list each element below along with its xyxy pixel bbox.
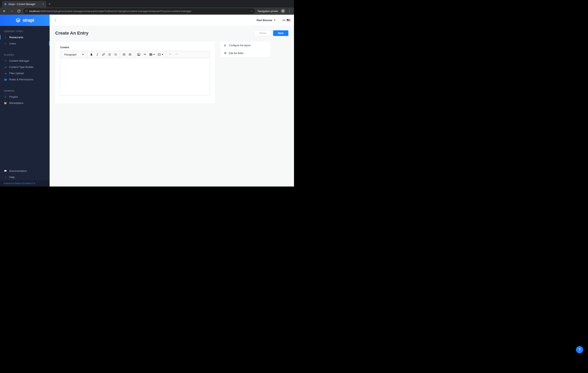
language-picker[interactable]: EN — [279, 19, 294, 22]
browser-back-button[interactable] — [2, 8, 7, 14]
browser-url-bar[interactable]: ⓘ localhost:8000/admin/plugins/content-m… — [23, 8, 255, 14]
chevron-down-icon — [274, 20, 275, 21]
gear-icon — [224, 52, 227, 55]
sidebar-item-restaurants[interactable]: Restaurants — [0, 34, 50, 40]
outdent-button[interactable] — [121, 51, 127, 57]
topbar: Paul Bocuse EN — [50, 15, 294, 26]
svg-point-4 — [108, 55, 108, 55]
users-icon: 👥 — [4, 78, 7, 81]
heading-dropdown[interactable]: Paragraph — [62, 53, 86, 56]
tab-close-icon[interactable]: × — [42, 3, 44, 6]
sidebar-item-roles-permissions[interactable]: 👥 Roles & Permissions — [0, 76, 50, 83]
caret-right-icon — [4, 37, 7, 38]
chevron-down-icon — [162, 54, 163, 55]
bold-icon — [90, 53, 93, 56]
new-tab-button[interactable]: + — [49, 2, 51, 6]
side-item-label: Edit the fields — [229, 52, 243, 55]
side-item-label: Configure the layout — [229, 44, 251, 47]
page-title: Create An Entry — [55, 31, 254, 36]
bullet-list-button[interactable] — [106, 51, 113, 57]
logo-text: strapi — [23, 18, 34, 23]
url-host: localhost — [29, 10, 40, 13]
sidebar-item-label: Documentation — [9, 169, 27, 172]
bullet-list-icon — [108, 53, 111, 56]
svg-text:3: 3 — [114, 55, 115, 56]
link-icon — [102, 53, 105, 56]
url-text: localhost:8000/admin/plugins/content-man… — [29, 10, 249, 13]
logo[interactable]: strapi — [0, 15, 50, 26]
image-icon — [137, 53, 140, 56]
user-menu[interactable]: Paul Bocuse — [253, 18, 279, 23]
italic-button[interactable] — [94, 51, 100, 57]
save-button[interactable]: Save — [273, 30, 288, 36]
user-name: Paul Bocuse — [257, 19, 272, 22]
sidebar-item-plugins[interactable]: ☰ Plugins — [0, 94, 50, 100]
sidebar-item-label: Users — [9, 42, 16, 45]
back-button[interactable] — [50, 15, 62, 26]
browser-forward-button[interactable] — [9, 8, 14, 14]
svg-point-1 — [283, 11, 284, 12]
undo-icon — [169, 53, 172, 56]
powered-by: Powered by Strapi v3.0.0-beta.17.4 — [0, 180, 50, 186]
edit-fields-button[interactable]: Edit the fields — [220, 49, 270, 57]
site-info-icon[interactable]: ⓘ — [25, 10, 28, 13]
powered-link[interactable]: Strapi v3.0.0-beta.17.4 — [15, 182, 35, 185]
chevron-left-icon — [54, 19, 57, 22]
italic-icon — [96, 53, 99, 56]
redo-icon — [175, 53, 178, 56]
language-code: EN — [283, 19, 285, 22]
redo-button[interactable] — [173, 51, 179, 57]
bookmark-star-icon[interactable]: ☆ — [251, 10, 253, 13]
undo-button[interactable] — [167, 51, 173, 57]
bold-button[interactable] — [88, 51, 94, 57]
browser-reload-button[interactable] — [16, 8, 22, 14]
image-button[interactable] — [136, 51, 142, 57]
svg-point-9 — [138, 54, 138, 55]
reset-button[interactable]: Reset — [254, 30, 271, 36]
sidebar-item-label: Restaurants — [9, 36, 23, 39]
sidebar-heading-content-types: CONTENT TYPES — [0, 29, 50, 34]
svg-point-2 — [108, 54, 108, 54]
chevron-down-icon — [82, 54, 84, 55]
sidebar-item-help[interactable]: ? Help — [0, 174, 50, 180]
layout-icon — [224, 44, 227, 47]
side-panel: Configure the layout Edit the fields — [220, 42, 270, 57]
indent-button[interactable] — [127, 51, 133, 57]
sidebar-item-label: Marketplace — [9, 101, 23, 105]
browser-menu-button[interactable]: ⋮ — [287, 9, 292, 13]
heading-dropdown-label: Paragraph — [64, 53, 76, 56]
book-icon: 📖 — [4, 170, 7, 172]
browser-tab-active[interactable]: Strapi - Content Manager × — [2, 1, 46, 7]
numbered-list-button[interactable]: 123 — [113, 51, 118, 57]
sidebar-item-label: Content Type Builder — [9, 66, 33, 68]
blockquote-button[interactable] — [142, 51, 148, 57]
configure-layout-button[interactable]: Configure the layout — [220, 42, 270, 49]
svg-rect-10 — [150, 54, 152, 56]
question-icon: ? — [4, 176, 7, 178]
media-button[interactable] — [156, 51, 165, 57]
basket-icon: 🧺 — [4, 102, 7, 104]
browser-tab-strip: Strapi - Content Manager × + — [0, 0, 294, 7]
sidebar-item-label: Files Upload — [9, 72, 24, 75]
svg-point-0 — [282, 11, 283, 12]
sidebar-item-content-manager[interactable]: ✎ Content Manager — [0, 58, 50, 64]
svg-rect-12 — [224, 45, 225, 45]
sidebar-item-content-type-builder[interactable]: 🖌 Content Type Builder — [0, 64, 50, 70]
outdent-icon — [123, 53, 126, 56]
pencil-icon: ✎ — [4, 59, 7, 62]
media-icon — [158, 53, 161, 56]
sidebar-item-label: Roles & Permissions — [9, 78, 33, 81]
editor-toolbar: Paragraph 123 — [60, 51, 210, 58]
link-button[interactable] — [100, 51, 106, 57]
sidebar-item-label: Plugins — [9, 95, 18, 98]
sidebar-item-files-upload[interactable]: ☁ Files Upload — [0, 70, 50, 76]
powered-prefix: Powered by — [4, 182, 15, 185]
sidebar-item-users[interactable]: Users — [0, 40, 50, 47]
table-button[interactable] — [148, 51, 156, 57]
quote-icon — [143, 53, 147, 56]
editor-content-area[interactable] — [60, 58, 210, 96]
sidebar-item-marketplace[interactable]: 🧺 Marketplace — [0, 100, 50, 106]
editor-card: Content Paragraph 123 — [55, 42, 215, 103]
flag-us-icon — [287, 19, 290, 22]
sidebar-item-documentation[interactable]: 📖 Documentation — [0, 168, 50, 174]
